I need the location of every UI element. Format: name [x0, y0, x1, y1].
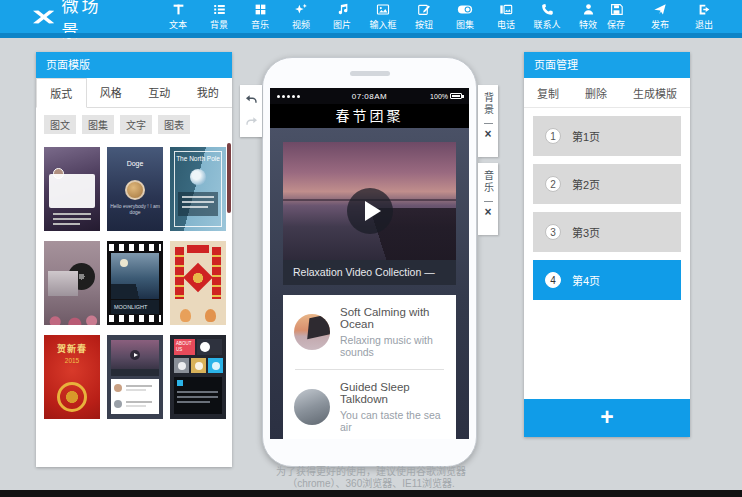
toolbar-item-label: 视频 [292, 18, 310, 31]
page-number-badge: 3 [545, 224, 561, 240]
tab-style[interactable]: 风格 [87, 78, 136, 107]
toolbar-item-label: 保存 [607, 18, 625, 31]
template-caption: 2015 [44, 357, 100, 364]
bottom-black-bar [0, 490, 742, 497]
template-thumbnail-moonlight[interactable]: MOONLIGHT [107, 241, 163, 325]
template-panel-title: 页面模版 [36, 52, 232, 78]
toolbar-item-input-box[interactable]: 输入框 [369, 3, 397, 31]
template-panel: 页面模版 版式 风格 互动 我的 图文 图集 文字 图表 Doge He [36, 52, 232, 467]
playlist-thumb-ocean [294, 314, 330, 350]
side-tab-music[interactable]: 音乐 × [478, 163, 498, 235]
toolbar-item-music[interactable]: 音乐 [246, 3, 274, 31]
undo-icon [245, 94, 258, 106]
template-thumbnail-vinyl[interactable] [44, 241, 100, 325]
page-manager-panel: 页面管理 复制 删除 生成模版 1 第1页 2 第2页 3 第3页 4 第4页 [524, 52, 690, 437]
template-thumbnail-north-pole[interactable]: The North Pole [170, 147, 226, 231]
page-number-badge: 4 [545, 272, 561, 288]
close-icon[interactable]: × [484, 206, 491, 218]
template-title: The North Pole [170, 155, 226, 162]
avatar [125, 180, 145, 200]
page-manager-actions: 复制 删除 生成模版 [524, 78, 690, 108]
moon [120, 259, 128, 267]
toolbar-item-label: 文本 [169, 18, 187, 31]
template-thumbnail-profile-card[interactable] [44, 147, 100, 231]
playlist-thumb-rocks [294, 389, 330, 425]
add-page-button[interactable]: + [524, 399, 690, 437]
text-block [174, 377, 222, 414]
edit-icon [417, 3, 431, 16]
template-thumbnail-new-year-red[interactable]: 贺新春 2015 [44, 335, 100, 419]
template-thumbnail-relaxation[interactable] [107, 335, 163, 419]
banner [187, 245, 209, 253]
page-row-1[interactable]: 1 第1页 [533, 116, 681, 156]
history-toolbox [240, 85, 262, 137]
playlist-item[interactable]: Guided Sleep Talkdown You can taste the … [283, 372, 456, 439]
battery-group: 100% [422, 93, 462, 100]
save-button[interactable]: 保存 [602, 3, 630, 31]
toolbar-item-contacts[interactable]: 联系人 [533, 3, 561, 31]
exit-button[interactable]: 退出 [690, 3, 718, 31]
toolbar-item-background[interactable]: 背景 [205, 3, 233, 31]
toolbar-item-video[interactable]: 视频 [287, 3, 315, 31]
side-tab-label: 背景 [481, 92, 496, 116]
page-list: 1 第1页 2 第2页 3 第3页 4 第4页 [524, 108, 690, 300]
phone-icon [541, 3, 554, 16]
toolbar-item-button[interactable]: 按钮 [410, 3, 438, 31]
copy-page-button[interactable]: 复制 [537, 85, 559, 101]
music-note-icon [336, 3, 349, 16]
text-line [53, 218, 91, 220]
generate-template-button[interactable]: 生成模版 [633, 85, 677, 101]
toolbar-item-effects[interactable]: 特效 [574, 3, 602, 31]
side-tab-background[interactable]: 背景 × [478, 85, 498, 157]
tab-interactive[interactable]: 互动 [135, 78, 184, 107]
template-scrollbar[interactable] [227, 143, 231, 213]
delete-page-button[interactable]: 删除 [585, 85, 607, 101]
video-component[interactable]: Relaxation Video Collection — [283, 142, 456, 285]
footer-line: 为了获得更好的使用，建议使用谷歌浏览器 [0, 466, 742, 478]
sleeve [48, 271, 78, 296]
toolbar-item-gallery[interactable]: 图集 [451, 3, 479, 31]
chip-text[interactable]: 文字 [120, 115, 152, 134]
template-tabs: 版式 风格 互动 我的 [36, 78, 232, 108]
toolbar-actions: 保存 发布 退出 [602, 3, 718, 31]
medallion [192, 272, 204, 284]
tab-layout[interactable]: 版式 [36, 78, 87, 108]
page-label: 第1页 [572, 128, 600, 144]
divider [484, 201, 493, 202]
chip-gallery[interactable]: 图集 [82, 115, 114, 134]
logo-x-icon [33, 9, 54, 25]
playlist-title: Soft Calming with Ocean [340, 306, 445, 330]
redo-button[interactable] [245, 116, 258, 128]
page-row-2[interactable]: 2 第2页 [533, 164, 681, 204]
phone-icon [200, 342, 210, 352]
playlist-item[interactable]: Soft Calming with Ocean Relaxing music w… [283, 297, 456, 367]
mini-video [111, 340, 159, 369]
page-row-4[interactable]: 4 第4页 [533, 260, 681, 300]
toolbar-item-label: 特效 [579, 18, 597, 31]
template-thumbnail-new-year-paper[interactable] [170, 241, 226, 325]
toolbar-item-label: 电话 [497, 18, 515, 31]
toolbar-item-text[interactable]: 文本 [164, 3, 192, 31]
tab-mine[interactable]: 我的 [184, 78, 233, 107]
toolbar-item-label: 发布 [651, 18, 669, 31]
toolbar-item-label: 音乐 [251, 18, 269, 31]
tile [191, 358, 206, 373]
page-row-3[interactable]: 3 第3页 [533, 212, 681, 252]
undo-button[interactable] [245, 94, 258, 106]
status-bar: 07:08AM 100% [270, 88, 469, 104]
template-thumbnail-doge[interactable]: Doge Hello everybody ! I am doge [107, 147, 163, 231]
toolbar-nav: 文本 背景 音乐 视频 图片 输入框 [164, 3, 602, 31]
tile [197, 339, 222, 355]
page-title[interactable]: 春节团聚 [270, 104, 469, 128]
toolbar-item-image[interactable]: 图片 [328, 3, 356, 31]
chip-chart[interactable]: 图表 [158, 115, 190, 134]
text-icon [172, 3, 185, 16]
toolbar-item-phone-component[interactable]: 电话 [492, 3, 520, 31]
publish-button[interactable]: 发布 [646, 3, 674, 31]
close-icon[interactable]: × [484, 128, 491, 140]
play-icon [130, 350, 140, 360]
play-button[interactable] [347, 188, 393, 234]
template-thumbnail-about-tiles[interactable]: ABOUT US [170, 335, 226, 419]
battery-percent: 100% [430, 93, 448, 100]
chip-image-text[interactable]: 图文 [44, 115, 76, 134]
